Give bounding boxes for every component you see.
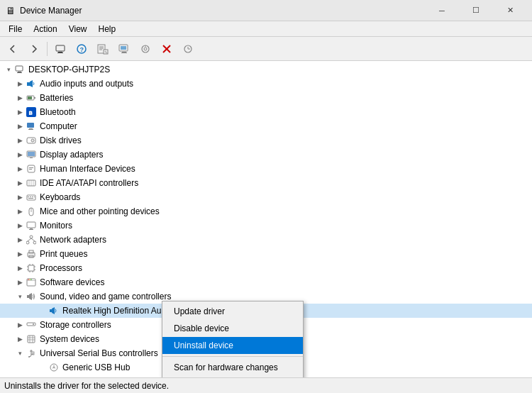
tree-label-keyboards: Keyboards (40, 192, 80, 202)
svg-rect-51 (28, 198, 33, 199)
svg-rect-55 (29, 229, 33, 230)
tree-label-audio: Audio inputs and outputs (40, 79, 133, 89)
expand-icon-hid[interactable]: ▶ (14, 163, 26, 175)
toolbar-display[interactable] (114, 40, 134, 58)
tree-item-hid[interactable]: ▶ Human Interface Devices (0, 162, 532, 176)
tree-label-processors: Processors (40, 263, 82, 273)
tree-item-disk[interactable]: ▶ Disk drives (0, 133, 532, 148)
svg-rect-41 (29, 169, 32, 170)
svg-rect-22 (18, 72, 21, 72)
tree-item-computer[interactable]: ▶ Computer (0, 119, 532, 133)
expand-icon-monitors[interactable]: ▶ (14, 220, 26, 231)
tree-item-ide[interactable]: ▶ IDE ATA/ATAPI controllers (0, 176, 532, 190)
toolbar-properties[interactable]: ✎ (93, 40, 113, 58)
svg-rect-48 (30, 196, 31, 197)
toolbar-help[interactable]: ? (72, 40, 92, 58)
expand-icon-disk[interactable]: ▶ (14, 135, 26, 146)
expand-icon-ide[interactable]: ▶ (14, 177, 26, 189)
tree-label-system: System devices (40, 334, 99, 344)
tree-item-bluetooth[interactable]: ▶ ʙ Bluetooth (0, 105, 532, 119)
expand-icon-system[interactable]: ▶ (14, 333, 26, 345)
expand-icon-processors[interactable]: ▶ (14, 262, 26, 274)
svg-point-16 (144, 48, 147, 50)
expand-icon-print[interactable]: ▶ (14, 248, 26, 260)
tree-item-mice[interactable]: ▶ Mice and other pointing devices (0, 204, 532, 218)
svg-text:ʙ: ʙ (28, 109, 33, 116)
tree-item-display[interactable]: ▶ Display adapters (0, 148, 532, 162)
computer-device-icon (26, 121, 37, 132)
menu-help[interactable]: Help (93, 23, 122, 35)
expand-icon-display[interactable]: ▶ (14, 149, 26, 160)
svg-rect-23 (17, 72, 22, 73)
menu-file[interactable]: File (3, 23, 28, 35)
tree-item-software[interactable]: ▶ Software devices (0, 275, 532, 289)
svg-rect-40 (29, 167, 33, 168)
tree-item-batteries[interactable]: ▶ Batteries (0, 91, 532, 105)
expand-icon-audio[interactable]: ▶ (14, 78, 26, 89)
expand-icon-network[interactable]: ▶ (14, 234, 26, 245)
expand-icon-batteries[interactable]: ▶ (14, 92, 26, 104)
expand-icon-mice[interactable]: ▶ (14, 206, 26, 217)
tree-label-software: Software devices (40, 277, 104, 287)
menu-action[interactable]: Action (28, 23, 62, 35)
keyboard-icon (26, 192, 37, 203)
tree-item-processors[interactable]: ▶ Processors (0, 261, 532, 275)
expand-icon-root[interactable]: ▾ (3, 64, 14, 75)
svg-rect-47 (28, 196, 29, 197)
tree-item-print[interactable]: ▶ Print queues (0, 247, 532, 261)
usb-icon (26, 348, 37, 359)
context-menu: Update driver Disable device Uninstall d… (162, 301, 304, 377)
toolbar-scan[interactable] (135, 40, 155, 58)
context-menu-update-driver[interactable]: Update driver (162, 303, 303, 320)
properties-icon: ✎ (97, 43, 109, 55)
expand-icon-usb[interactable]: ▾ (14, 348, 26, 359)
expand-icon-sound[interactable]: ▾ (14, 291, 26, 302)
toolbar-uninstall[interactable] (157, 40, 177, 58)
scan-icon (140, 43, 151, 55)
mouse-icon (26, 206, 37, 217)
svg-point-58 (33, 241, 36, 244)
expand-icon-bluetooth[interactable]: ▶ (14, 106, 26, 118)
tree-item-audio[interactable]: ▶ Audio inputs and outputs (0, 77, 532, 91)
battery-icon (26, 92, 37, 104)
expand-icon-keyboards[interactable]: ▶ (14, 192, 26, 203)
expand-icon-software[interactable]: ▶ (14, 277, 26, 288)
system-icon (26, 333, 37, 345)
tree-label-usb: Universal Serial Bus controllers (40, 348, 158, 358)
tree-label-network: Network adapters (40, 235, 106, 245)
context-menu-disable-device[interactable]: Disable device (162, 320, 303, 337)
svg-rect-53 (27, 222, 35, 228)
svg-point-75 (28, 279, 28, 279)
expand-icon-computer[interactable]: ▶ (14, 121, 26, 132)
toolbar-computer[interactable] (50, 40, 70, 58)
minimize-button[interactable]: ─ (426, 0, 458, 21)
help-icon: ? (76, 43, 87, 55)
tree-label-batteries: Batteries (40, 93, 73, 103)
app-icon: 🖥 (6, 5, 16, 16)
toolbar-back[interactable] (3, 40, 23, 58)
tree-item-keyboards[interactable]: ▶ Keyboards (0, 190, 532, 204)
context-menu-uninstall-device[interactable]: Uninstall device (162, 337, 303, 354)
context-menu-scan[interactable]: Scan for hardware changes (162, 359, 303, 376)
svg-line-60 (31, 238, 35, 241)
menu-view[interactable]: View (63, 23, 93, 35)
maximize-button[interactable]: ☐ (460, 0, 492, 21)
toolbar-forward[interactable] (24, 40, 44, 58)
toolbar-update[interactable] (178, 40, 198, 58)
tree-label-generic-usb: Generic USB Hub (62, 362, 130, 372)
expand-icon-storage[interactable]: ▶ (14, 319, 26, 331)
tree-item-root[interactable]: ▾ DESKTOP-GHJTP2S (0, 62, 532, 77)
tree-item-network[interactable]: ▶ Network adapters (0, 233, 532, 247)
svg-rect-37 (28, 152, 35, 156)
uninstall-icon (161, 43, 172, 55)
close-button[interactable]: ✕ (494, 0, 526, 21)
tree-item-monitors[interactable]: ▶ Monitors (0, 218, 532, 233)
svg-rect-54 (30, 228, 33, 229)
title-bar-controls: ─ ☐ ✕ (426, 0, 526, 21)
computer-icon-root (14, 64, 26, 75)
disk-icon (26, 135, 37, 146)
tree-label-realtek: Realtek High Definition Audio (62, 306, 172, 316)
tree-label-print: Print queues (40, 249, 87, 259)
tree-view[interactable]: ▾ DESKTOP-GHJTP2S ▶ Audio inputs and out… (0, 61, 532, 377)
context-menu-sep-1 (162, 356, 303, 357)
